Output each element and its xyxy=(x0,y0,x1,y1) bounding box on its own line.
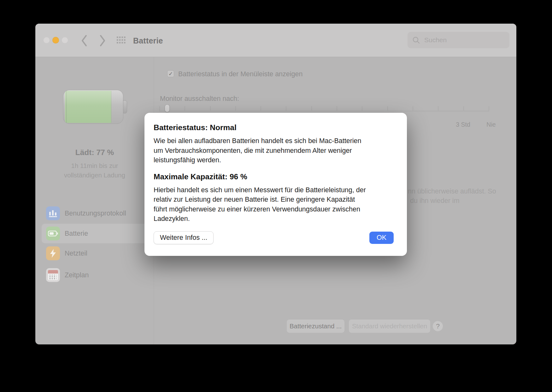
occluded-text-line: du ihn wieder im xyxy=(410,197,460,205)
sidebar-item-power-adapter[interactable]: Netzteil xyxy=(42,244,148,263)
search-field[interactable] xyxy=(408,32,509,48)
battery-body xyxy=(63,90,123,124)
forward-button[interactable] xyxy=(98,34,107,47)
close-window-button[interactable] xyxy=(43,37,50,43)
search-icon xyxy=(412,36,420,44)
menubar-status-checkbox-label: Batteriestatus in der Menüleiste anzeige… xyxy=(178,70,302,78)
charge-time-remaining: 1h 11min bis zur vollständigen Ladung xyxy=(35,161,154,180)
slider-label-3std: 3 Std xyxy=(449,121,477,128)
search-input[interactable] xyxy=(424,36,501,44)
menubar-status-checkbox[interactable]: ✓ xyxy=(167,70,174,77)
more-info-button[interactable]: Weitere Infos ... xyxy=(154,231,214,244)
toolbar: Batterie xyxy=(35,24,516,57)
dialog-title: Batteriestatus: Normal xyxy=(154,123,390,132)
traffic-lights xyxy=(43,37,68,43)
minimize-window-button[interactable] xyxy=(52,37,59,43)
sidebar: Lädt: 77 % 1h 11min bis zur vollständige… xyxy=(35,57,154,344)
sidebar-item-label: Netzteil xyxy=(65,250,87,257)
display-off-label: Monitor ausschalten nach: xyxy=(160,95,239,103)
back-button[interactable] xyxy=(80,34,88,47)
battery-icon xyxy=(46,227,60,240)
check-icon: ✓ xyxy=(168,71,173,77)
occluded-text-line: nn üblicherweise auflädst. So xyxy=(408,187,496,195)
battery-terminal xyxy=(123,100,127,113)
zoom-window-button[interactable] xyxy=(62,37,68,43)
charge-status-title: Lädt: 77 % xyxy=(35,148,154,157)
help-button[interactable]: ? xyxy=(432,321,443,331)
slider-label-never: Nie xyxy=(477,121,505,128)
sidebar-item-label: Zeitplan xyxy=(65,271,89,279)
battery-illustration xyxy=(63,90,127,124)
sidebar-item-schedule[interactable]: Zeitplan xyxy=(42,265,148,285)
dialog-body-2: Hierbei handelt es sich um einen Messwer… xyxy=(154,185,390,224)
bolt-icon xyxy=(46,246,60,260)
battery-status-dialog: Batteriestatus: Normal Wie bei allen auf… xyxy=(144,113,407,256)
show-all-grid-icon[interactable] xyxy=(117,37,126,44)
sidebar-item-battery[interactable]: Batterie xyxy=(42,224,148,243)
ok-button[interactable]: OK xyxy=(369,232,394,244)
sidebar-item-label: Batterie xyxy=(65,230,88,238)
dialog-body-1: Wie bei allen aufladbaren Batterien hand… xyxy=(154,136,390,165)
calendar-icon xyxy=(46,268,60,282)
page-title: Batterie xyxy=(133,36,163,45)
bar-chart-icon xyxy=(46,206,60,220)
dialog-button-row: Weitere Infos ... OK xyxy=(154,231,394,244)
display-off-slider-thumb[interactable] xyxy=(165,104,170,112)
sidebar-item-label: Benutzungsprotokoll xyxy=(65,210,126,217)
restore-defaults-button[interactable]: Standard wiederherstellen xyxy=(349,319,431,333)
battery-health-button[interactable]: Batteriezustand ... xyxy=(286,319,345,333)
sidebar-item-usage-history[interactable]: Benutzungsprotokoll xyxy=(42,204,148,223)
dialog-subtitle: Maximale Kapazität: 96 % xyxy=(154,172,390,181)
display-off-slider-track[interactable] xyxy=(159,111,489,112)
